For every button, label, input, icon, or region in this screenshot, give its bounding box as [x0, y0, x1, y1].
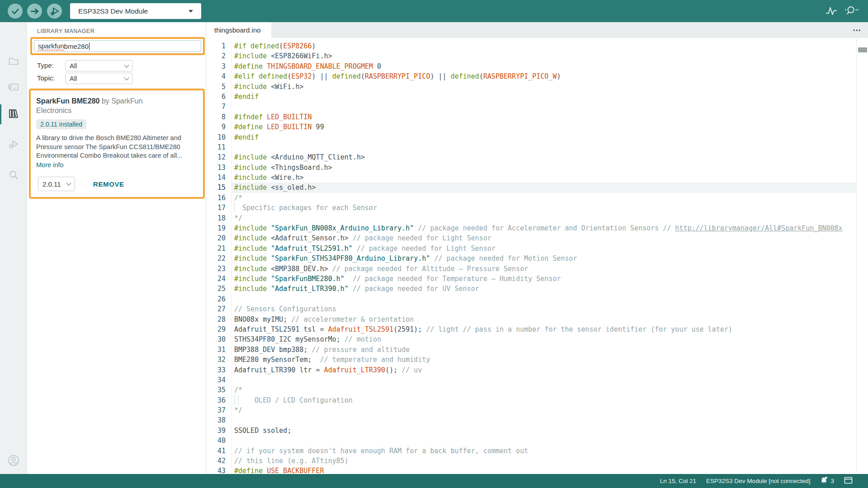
- serial-monitor-icon[interactable]: [844, 4, 859, 18]
- code-editor[interactable]: 1#if defined(ESP8266)2#include <ESP8266W…: [206, 38, 868, 474]
- sidebar-item-library-manager[interactable]: [0, 104, 27, 124]
- tab-label: thingsboard.ino: [214, 26, 261, 34]
- code-line[interactable]: 19#include "SparkFun_BN008x_Arduino_Libr…: [206, 223, 868, 233]
- toggle-panel-button[interactable]: [844, 477, 853, 485]
- code-line[interactable]: 15#include <ss_oled.h>: [206, 183, 868, 192]
- scrollbar-thumb[interactable]: [858, 47, 867, 52]
- code-line[interactable]: 5#include <WiFi.h>: [206, 82, 868, 92]
- sidebar-item-account[interactable]: [0, 451, 27, 471]
- code-line[interactable]: 37*/: [206, 405, 868, 415]
- code-line[interactable]: 9#define LED_BUILTIN 99: [206, 122, 868, 132]
- code-line[interactable]: 20#include <Adafruit_Sensor.h> // packag…: [206, 233, 868, 243]
- code-text: #include <Adafruit_Sensor.h> // package …: [231, 233, 868, 243]
- status-bar: Ln 15, Col 21 ESP32S3 Dev Module [not co…: [0, 474, 868, 488]
- line-number: 10: [206, 132, 226, 142]
- code-line[interactable]: 13#include <ThingsBoard.h>: [206, 163, 868, 173]
- line-number: 4: [206, 71, 226, 81]
- line-number: 30: [206, 334, 226, 344]
- code-line[interactable]: 29Adafruit_TSL2591 tsl = Adafruit_TSL259…: [206, 324, 868, 334]
- library-name: SparkFun BME280: [36, 97, 99, 105]
- code-text: #include "SparkFunBME280.h" // package n…: [231, 274, 868, 284]
- code-line[interactable]: 22#include "SparkFun_STHS34PF80_Arduino_…: [206, 253, 868, 263]
- sidebar-item-debug[interactable]: [0, 135, 27, 155]
- code-line[interactable]: 12#include <Arduino_MQTT_Client.h>: [206, 152, 868, 162]
- line-number: 14: [206, 173, 226, 183]
- sidebar-item-search[interactable]: [0, 166, 27, 186]
- search-icon: [8, 169, 19, 183]
- notifications-status[interactable]: 3: [820, 476, 834, 486]
- code-text: #include <ESP8266WiFi.h>: [231, 51, 868, 61]
- sidebar-item-boards-manager[interactable]: [0, 78, 27, 98]
- code-text: [231, 375, 868, 385]
- code-line[interactable]: 33Adafruit_LTR390 ltr = Adafruit_LTR390(…: [206, 365, 868, 375]
- version-dropdown[interactable]: 2.0.11: [38, 177, 75, 191]
- code-text: #include <ThingsBoard.h>: [231, 163, 868, 173]
- code-line[interactable]: 21#include "Adafruit_TSL2591.h" // packa…: [206, 244, 868, 253]
- code-text: #include "SparkFun_BN008x_Arduino_Librar…: [231, 223, 868, 233]
- code-line[interactable]: 40: [206, 436, 868, 446]
- code-line[interactable]: 42// this line (e.g. ATtiny85): [206, 456, 868, 466]
- code-line[interactable]: 2#include <ESP8266WiFi.h>: [206, 51, 868, 61]
- code-line[interactable]: 10#endif: [206, 132, 868, 142]
- annotation-highlight-library-card: SparkFun BME280 by SparkFun Electronics …: [29, 89, 205, 199]
- tab-thingsboard-ino[interactable]: thingsboard.ino: [206, 22, 271, 38]
- code-line[interactable]: 26: [206, 294, 868, 304]
- upload-button[interactable]: [27, 4, 42, 19]
- line-number: 7: [206, 102, 226, 112]
- code-line[interactable]: 43#define USE_BACKBUFFER: [206, 466, 868, 474]
- more-info-link[interactable]: More info: [36, 161, 63, 169]
- code-line[interactable]: 31BMP388_DEV bmp388; // pressure and alt…: [206, 345, 868, 355]
- verify-button[interactable]: [8, 4, 23, 19]
- code-line[interactable]: 7: [206, 102, 868, 112]
- board-selector-value: ESP32S3 Dev Module: [78, 7, 148, 15]
- code-line[interactable]: 35/*: [206, 385, 868, 395]
- code-line[interactable]: 6#endif: [206, 92, 868, 102]
- code-line[interactable]: 1#if defined(ESP8266): [206, 41, 868, 51]
- code-line[interactable]: 30STHS34PF80_I2C mySensorMo; // motion: [206, 334, 868, 344]
- code-line[interactable]: 18*/: [206, 213, 868, 223]
- line-number: 43: [206, 466, 226, 474]
- sidebar-item-sketchbook[interactable]: [0, 52, 27, 72]
- code-line[interactable]: 24#include "SparkFunBME280.h" // package…: [206, 274, 868, 284]
- board-connection-status[interactable]: ESP32S3 Dev Module [not connected]: [706, 478, 810, 484]
- code-line[interactable]: 11: [206, 142, 868, 152]
- librarymanager-link[interactable]: http://librarymanager/All#SparkFun_BN008…: [675, 224, 842, 232]
- code-line[interactable]: 16/*: [206, 193, 868, 203]
- code-line[interactable]: 17 Specific packages for each Sensor: [206, 203, 868, 213]
- tab-bar: thingsboard.ino ⋯: [206, 22, 868, 38]
- code-line[interactable]: 8#ifndef LED_BUILTIN: [206, 112, 868, 122]
- code-line[interactable]: 41// if your system doesn't have enough …: [206, 446, 868, 456]
- line-number: 9: [206, 122, 226, 132]
- code-line[interactable]: 14#include <Wire.h>: [206, 173, 868, 183]
- code-line[interactable]: 32BME280 mySensorTem; // temperature and…: [206, 355, 868, 365]
- code-line[interactable]: 39SSOLED ssoled;: [206, 426, 868, 436]
- board-selector-dropdown[interactable]: ESP32S3 Dev Module: [70, 3, 201, 19]
- editor-scrollbar[interactable]: [856, 38, 868, 474]
- code-line[interactable]: 36 OLED / LCD Configuration: [206, 395, 868, 405]
- code-line[interactable]: 3#define THINGSBOARD_ENABLE_PROGMEM 0: [206, 61, 868, 71]
- line-number: 18: [206, 213, 226, 223]
- code-text: #include <Arduino_MQTT_Client.h>: [231, 152, 868, 162]
- code-line[interactable]: 23#include <BMP388_DEV.h> // package nee…: [206, 264, 868, 274]
- tab-overflow-menu[interactable]: ⋯: [853, 22, 862, 38]
- library-description: A library to drive the Bosch BME280 Alti…: [36, 134, 193, 160]
- search-input[interactable]: sparkfun bme280: [34, 40, 201, 52]
- start-debugging-button[interactable]: [47, 4, 62, 19]
- line-number: 33: [206, 365, 226, 375]
- remove-button[interactable]: REMOVE: [93, 180, 124, 188]
- line-number: 2: [206, 51, 226, 61]
- topic-filter-dropdown[interactable]: All: [65, 73, 133, 84]
- cursor-position-status[interactable]: Ln 15, Col 21: [660, 478, 696, 484]
- code-line[interactable]: 28BNO08x myIMU; // accelerometer & orien…: [206, 314, 868, 324]
- code-line[interactable]: 4#elif defined(ESP32) || defined(RASPBER…: [206, 71, 868, 81]
- line-number: 1: [206, 41, 226, 51]
- code-line[interactable]: 34: [206, 375, 868, 385]
- code-text: // this line (e.g. ATtiny85): [231, 456, 868, 466]
- type-filter-dropdown[interactable]: All: [65, 60, 133, 71]
- serial-plotter-icon[interactable]: [825, 4, 837, 18]
- code-line[interactable]: 38: [206, 415, 868, 425]
- code-line[interactable]: 27// Sensors Configurations: [206, 304, 868, 314]
- code-line[interactable]: 25#include "Adafruit_LTR390.h" // packag…: [206, 284, 868, 294]
- code-text: STHS34PF80_I2C mySensorMo; // motion: [231, 334, 868, 344]
- toolbar-right-group: [825, 0, 868, 22]
